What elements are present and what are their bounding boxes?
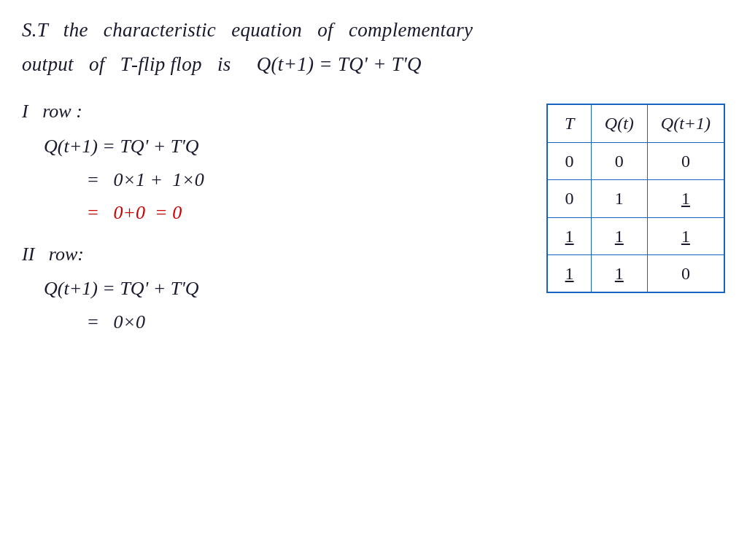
cell-Qt1-1: 0 — [647, 142, 724, 179]
cell-T-1: 0 — [547, 142, 591, 179]
cell-Qt1-4: 0 — [647, 254, 724, 292]
section1-eq3: = 0+0 = 0 — [44, 198, 517, 228]
table-row: 1 1 0 — [547, 254, 724, 292]
section1-label: I row : — [22, 96, 517, 127]
cell-Qt-2: 1 — [591, 180, 647, 217]
cell-T-3: 1 — [547, 217, 591, 254]
cell-T-4: 1 — [547, 254, 591, 292]
header-line2: output of T‑flip flop is Q(t+1) = TQ' + … — [22, 49, 725, 80]
cell-Qt1-2: 1 — [647, 180, 724, 217]
cell-Qt-4: 1 — [591, 254, 647, 292]
section2-eq2: = 0×0 — [44, 307, 517, 338]
truth-table: T Q(t) Q(t+1) 0 0 0 0 1 1 — [546, 104, 725, 293]
section1-eq1: Q(t+1) = TQ' + T'Q — [44, 131, 517, 162]
truth-table-container: T Q(t) Q(t+1) 0 0 0 0 1 1 — [546, 104, 725, 293]
section2-eq1: Q(t+1) = TQ' + T'Q — [44, 273, 517, 304]
header-line1: S.T the characteristic equation of compl… — [22, 15, 725, 46]
left-side: I row : Q(t+1) = TQ' + T'Q = 0×1 + 1×0 =… — [22, 96, 517, 340]
table-row: 0 1 1 — [547, 180, 724, 217]
main-content: I row : Q(t+1) = TQ' + T'Q = 0×1 + 1×0 =… — [22, 96, 725, 340]
section1-eq2: = 0×1 + 1×0 — [44, 165, 517, 195]
col-header-T: T — [547, 104, 591, 142]
cell-Qt-3: 1 — [591, 217, 647, 254]
cell-T-2: 0 — [547, 180, 591, 217]
section2-label: II row: — [22, 239, 517, 270]
col-header-Qt1: Q(t+1) — [647, 104, 724, 142]
col-header-Qt: Q(t) — [591, 104, 647, 142]
section2: II row: Q(t+1) = TQ' + T'Q = 0×0 — [22, 239, 517, 338]
cell-Qt1-3: 1 — [647, 217, 724, 254]
table-row: 0 0 0 — [547, 142, 724, 179]
cell-Qt-1: 0 — [591, 142, 647, 179]
table-row: 1 1 1 — [547, 217, 724, 254]
page: S.T the characteristic equation of compl… — [0, 0, 747, 560]
